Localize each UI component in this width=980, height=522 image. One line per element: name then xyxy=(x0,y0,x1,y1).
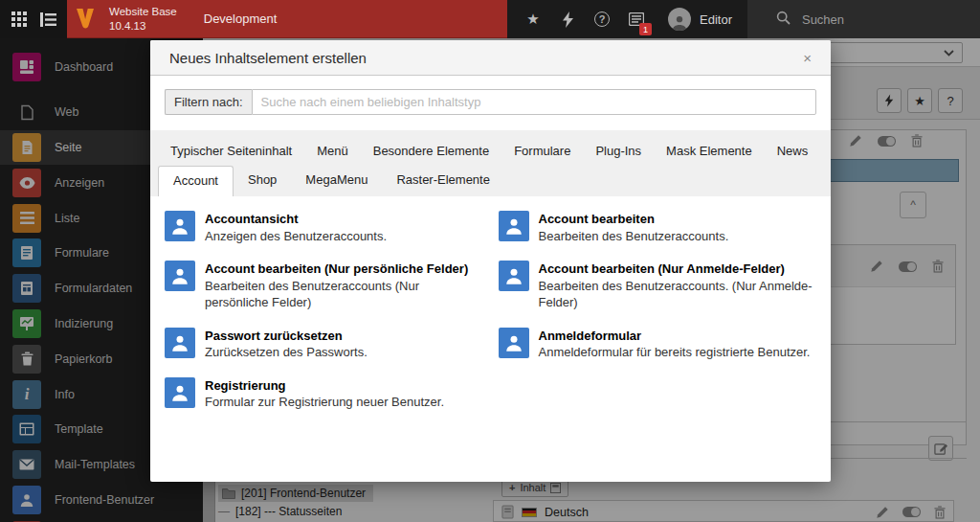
modal-title: Neues Inhaltselement erstellen xyxy=(169,50,367,66)
topbar: Website Base 10.4.13 Development ★ ? 1 E… xyxy=(0,0,980,38)
filter-label: Filtern nach: xyxy=(165,89,252,115)
tab-mask-elemente[interactable]: Mask Elemente xyxy=(654,138,765,164)
user-icon xyxy=(499,328,529,358)
user-icon xyxy=(499,261,529,291)
ce-title: Registrierung xyxy=(205,377,444,395)
site-name: Website Base 10.4.13 xyxy=(109,5,177,33)
ce-desc: Anmeldeformular für bereits registrierte… xyxy=(539,344,811,361)
user-name-label: Editor xyxy=(700,12,732,27)
typo3-logo-icon xyxy=(75,8,96,31)
topbar-right: ★ ? 1 Editor Suchen xyxy=(507,0,980,38)
help-question-glyph: ? xyxy=(594,11,610,27)
user-icon xyxy=(165,328,195,358)
systeminfo-icon[interactable]: 1 xyxy=(626,9,647,30)
content-element-list: AccountansichtAnzeigen des Benutzeraccou… xyxy=(150,196,831,411)
tab-typischer-seiteninhalt[interactable]: Typischer Seiteninhalt xyxy=(158,138,304,164)
tab-plug-ins[interactable]: Plug-Ins xyxy=(583,138,654,164)
user-icon xyxy=(499,211,529,241)
ce-desc: Formular zur Registrierung neuer Benutze… xyxy=(205,394,444,411)
filter-group: Filtern nach: xyxy=(165,89,816,115)
ce-desc: Bearbeiten des Benutzeraccounts. (Nur An… xyxy=(539,278,817,311)
ce-title: Account bearbeiten (Nur Anmelde-Felder) xyxy=(539,261,817,278)
tab-news[interactable]: News xyxy=(765,138,821,164)
ce-item-account-bearbeiten[interactable]: Account bearbeitenBearbeiten des Benutze… xyxy=(499,211,817,244)
ce-title: Accountansicht xyxy=(205,211,387,228)
filter-input[interactable] xyxy=(252,89,816,115)
close-icon[interactable]: × xyxy=(803,51,812,65)
ce-item-registrierung[interactable]: RegistrierungFormular zur Registrierung … xyxy=(165,377,483,411)
topbar-search[interactable]: Suchen xyxy=(747,0,980,38)
ce-item-anmeldeformular[interactable]: AnmeldeformularAnmeldeformular für berei… xyxy=(499,328,817,361)
tab-formulare[interactable]: Formulare xyxy=(501,138,583,164)
ce-item-accountansicht[interactable]: AccountansichtAnzeigen des Benutzeraccou… xyxy=(165,211,483,244)
ce-desc: Anzeigen des Benutzeraccounts. xyxy=(205,228,387,245)
tab-raster-elemente[interactable]: Raster-Elemente xyxy=(382,166,504,196)
tab-account[interactable]: Account xyxy=(158,166,234,196)
ce-desc: Bearbeiten des Benutzeraccounts (Nur per… xyxy=(205,278,483,311)
tab-row-1: Typischer Seiteninhalt Menü Besondere El… xyxy=(158,138,823,164)
ce-title: Anmeldeformular xyxy=(539,328,811,345)
content-type-tabs: Typischer Seiteninhalt Menü Besondere El… xyxy=(150,130,831,196)
notification-badge: 1 xyxy=(639,23,652,35)
ce-title: Account bearbeiten xyxy=(539,211,729,228)
module-menu-toggle-icon[interactable] xyxy=(10,10,29,29)
topbar-left xyxy=(0,0,67,38)
ce-item-account-bearbeiten-anmelde[interactable]: Account bearbeiten (Nur Anmelde-Felder)B… xyxy=(499,261,817,311)
ce-desc: Zurücksetzen des Passworts. xyxy=(205,344,368,361)
ce-item-passwort-zuruecksetzen[interactable]: Passwort zurücksetzenZurücksetzen des Pa… xyxy=(165,328,483,361)
tab-shop[interactable]: Shop xyxy=(234,166,291,196)
ce-title: Account bearbeiten (Nur persönliche Feld… xyxy=(205,261,483,278)
topbar-sitename-area[interactable]: Website Base 10.4.13 Development xyxy=(67,0,507,38)
user-menu[interactable]: Editor xyxy=(660,0,747,38)
ce-desc: Bearbeiten des Benutzeraccounts. xyxy=(539,228,729,245)
search-label: Suchen xyxy=(802,12,844,27)
user-icon xyxy=(165,377,195,408)
user-icon xyxy=(165,261,195,291)
user-icon xyxy=(165,211,195,241)
tab-menu[interactable]: Menü xyxy=(304,138,361,164)
ce-title: Passwort zurücksetzen xyxy=(205,328,368,345)
ce-item-account-bearbeiten-persoenlich[interactable]: Account bearbeiten (Nur persönliche Feld… xyxy=(165,261,483,311)
pagetree-toggle-icon[interactable] xyxy=(38,10,57,29)
new-content-element-modal: Neues Inhaltselement erstellen × Filtern… xyxy=(150,40,831,482)
topbar-tools: ★ ? 1 xyxy=(507,0,660,38)
help-icon[interactable]: ? xyxy=(591,9,612,30)
tab-megamenu[interactable]: MegaMenu xyxy=(291,166,382,196)
clear-cache-bolt-icon[interactable] xyxy=(557,9,578,30)
tab-besondere-elemente[interactable]: Besondere Elemente xyxy=(361,138,501,164)
avatar xyxy=(668,8,691,31)
modal-header: Neues Inhaltselement erstellen × xyxy=(150,40,831,76)
bookmark-star-icon[interactable]: ★ xyxy=(523,9,544,30)
environment-label: Development xyxy=(204,11,278,26)
search-icon xyxy=(776,11,791,29)
tab-row-2: Account Shop MegaMenu Raster-Elemente xyxy=(158,166,823,196)
